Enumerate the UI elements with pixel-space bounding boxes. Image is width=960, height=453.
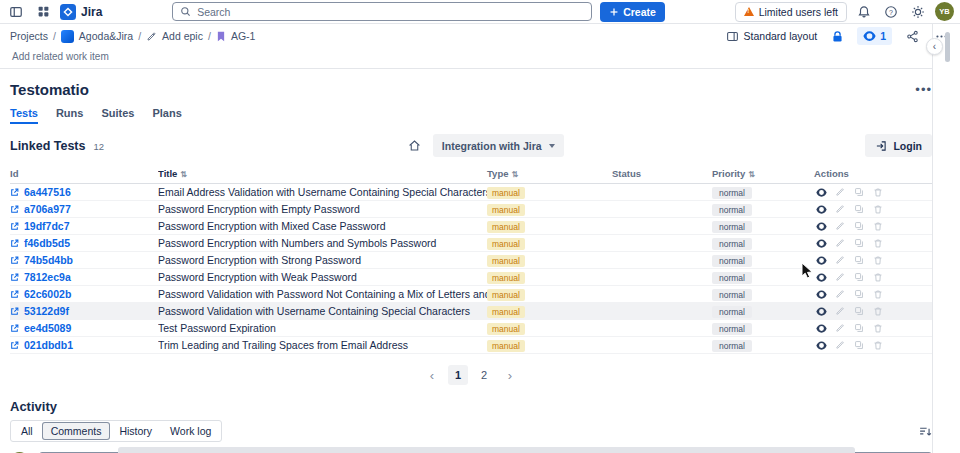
test-id-link[interactable]: 19df7dc7: [24, 220, 70, 232]
notifications-bell-icon[interactable]: [854, 2, 874, 22]
search-input[interactable]: [197, 6, 584, 18]
delete-trash-icon[interactable]: [871, 236, 885, 250]
test-id-link[interactable]: 62c6002b: [24, 288, 71, 300]
test-id-link[interactable]: ee4d5089: [24, 322, 71, 334]
view-eye-icon[interactable]: [814, 304, 828, 318]
view-eye-icon[interactable]: [814, 287, 828, 301]
header-priority[interactable]: Priority⇅: [712, 168, 814, 179]
jira-logo[interactable]: Jira: [60, 4, 102, 20]
breadcrumb-add-epic[interactable]: Add epic: [162, 30, 203, 42]
scrollbar-thumb[interactable]: [945, 32, 950, 62]
collapse-panel-chevron-icon[interactable]: ‹: [926, 38, 943, 55]
help-icon[interactable]: ?: [881, 2, 901, 22]
edit-pencil-icon[interactable]: [833, 202, 847, 216]
edit-pencil-icon[interactable]: [833, 236, 847, 250]
share-icon[interactable]: [903, 27, 921, 45]
test-id-link[interactable]: 7812ec9a: [24, 271, 71, 283]
copy-icon[interactable]: [852, 236, 866, 250]
copy-icon[interactable]: [852, 253, 866, 267]
home-icon[interactable]: [406, 137, 424, 155]
tab-plans[interactable]: Plans: [152, 107, 181, 124]
edit-pencil-icon[interactable]: [833, 219, 847, 233]
layout-button[interactable]: Standard layout: [726, 30, 818, 43]
header-type[interactable]: Type⇅: [487, 168, 612, 179]
add-related-work-item[interactable]: Add related work item: [12, 51, 932, 62]
header-status[interactable]: Status: [612, 168, 712, 179]
test-id-link[interactable]: 021dbdb1: [24, 339, 73, 351]
test-id-link[interactable]: 74b5d4bb: [24, 254, 73, 266]
view-eye-icon[interactable]: [814, 185, 828, 199]
view-eye-icon[interactable]: [814, 338, 828, 352]
breadcrumb-issue-key[interactable]: AG-1: [231, 30, 256, 42]
header-title[interactable]: Title⇅: [158, 168, 487, 179]
test-id-link[interactable]: 6a447516: [24, 186, 71, 198]
lock-icon[interactable]: [828, 27, 846, 45]
panel-more-icon[interactable]: •••: [915, 83, 932, 96]
copy-icon[interactable]: [852, 304, 866, 318]
copy-icon[interactable]: [852, 287, 866, 301]
watchers-button[interactable]: 1: [857, 27, 892, 45]
edit-pencil-icon[interactable]: [146, 31, 157, 42]
tab-worklog[interactable]: Work log: [161, 422, 220, 440]
edit-pencil-icon[interactable]: [833, 270, 847, 284]
edit-pencil-icon[interactable]: [833, 185, 847, 199]
copy-icon[interactable]: [852, 270, 866, 284]
delete-trash-icon[interactable]: [871, 219, 885, 233]
external-link-icon: [10, 341, 19, 350]
tab-tests[interactable]: Tests: [10, 107, 38, 124]
copy-icon[interactable]: [852, 219, 866, 233]
tab-suites[interactable]: Suites: [101, 107, 134, 124]
tab-all[interactable]: All: [12, 422, 42, 440]
test-id-link[interactable]: 53122d9f: [24, 305, 69, 317]
pagination-page-1[interactable]: 1: [448, 365, 468, 385]
tab-runs[interactable]: Runs: [56, 107, 84, 124]
pagination-next-icon[interactable]: ›: [500, 365, 520, 385]
pagination-page-2[interactable]: 2: [474, 365, 494, 385]
delete-trash-icon[interactable]: [871, 287, 885, 301]
global-search[interactable]: [172, 2, 592, 21]
delete-trash-icon[interactable]: [871, 304, 885, 318]
copy-icon[interactable]: [852, 321, 866, 335]
delete-trash-icon[interactable]: [871, 321, 885, 335]
type-badge: manual: [487, 323, 525, 335]
delete-trash-icon[interactable]: [871, 338, 885, 352]
header-id[interactable]: Id: [10, 168, 158, 179]
sort-order-icon[interactable]: [918, 425, 932, 438]
breadcrumb-projects[interactable]: Projects: [10, 30, 48, 42]
view-eye-icon[interactable]: [814, 219, 828, 233]
edit-pencil-icon[interactable]: [833, 253, 847, 267]
user-avatar[interactable]: YB: [935, 2, 954, 21]
edit-pencil-icon[interactable]: [833, 287, 847, 301]
table-row: 7812ec9a Password Encryption with Weak P…: [10, 269, 932, 286]
copy-icon[interactable]: [852, 202, 866, 216]
app-switcher-icon[interactable]: [33, 2, 53, 22]
view-eye-icon[interactable]: [814, 253, 828, 267]
copy-icon[interactable]: [852, 185, 866, 199]
edit-pencil-icon[interactable]: [833, 321, 847, 335]
view-eye-icon[interactable]: [814, 202, 828, 216]
limited-users-button[interactable]: Limited users left: [735, 2, 847, 22]
pagination-prev-icon[interactable]: ‹: [422, 365, 442, 385]
delete-trash-icon[interactable]: [871, 202, 885, 216]
delete-trash-icon[interactable]: [871, 185, 885, 199]
edit-pencil-icon[interactable]: [833, 338, 847, 352]
breadcrumb-project[interactable]: Agoda&Jira: [79, 30, 133, 42]
test-id-link[interactable]: f46db5d5: [24, 237, 70, 249]
view-eye-icon[interactable]: [814, 321, 828, 335]
copy-icon[interactable]: [852, 338, 866, 352]
tab-comments[interactable]: Comments: [42, 422, 111, 440]
sidebar-toggle-icon[interactable]: [6, 2, 26, 22]
edit-pencil-icon[interactable]: [833, 304, 847, 318]
login-button[interactable]: Login: [865, 134, 932, 157]
view-eye-icon[interactable]: [814, 270, 828, 284]
view-eye-icon[interactable]: [814, 236, 828, 250]
integration-dropdown[interactable]: Integration with Jira: [433, 134, 564, 157]
tab-history[interactable]: History: [110, 422, 161, 440]
testomatio-panel: Testomatio ••• Tests Runs Suites Plans L…: [10, 81, 932, 386]
delete-trash-icon[interactable]: [871, 253, 885, 267]
delete-trash-icon[interactable]: [871, 270, 885, 284]
create-button[interactable]: Create: [600, 2, 665, 22]
settings-gear-icon[interactable]: [908, 2, 928, 22]
toolbar-actions: Standard layout 1: [726, 27, 950, 45]
test-id-link[interactable]: a706a977: [24, 203, 71, 215]
